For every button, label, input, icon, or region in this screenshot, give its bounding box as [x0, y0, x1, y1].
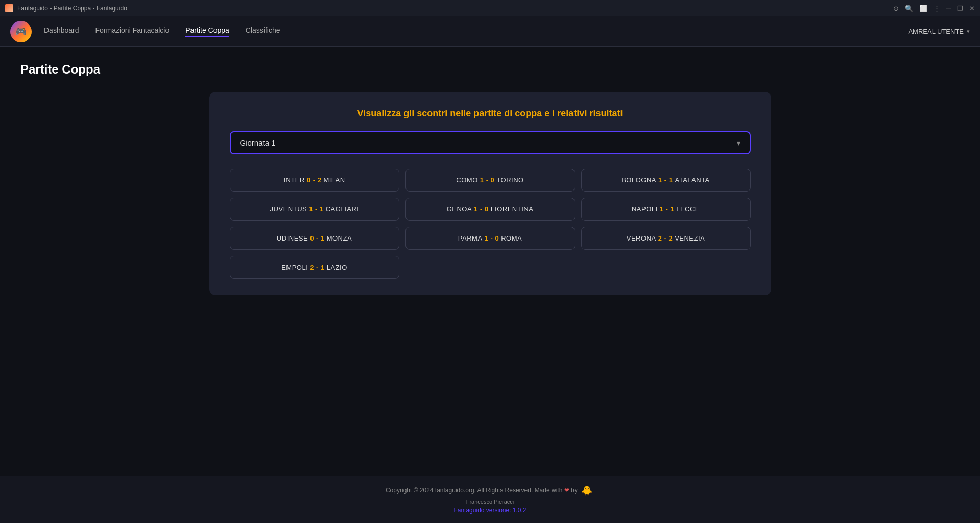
app-logo: 🎮	[10, 21, 32, 42]
titlebar-menu-icon[interactable]: ⋮	[934, 5, 940, 12]
match-away-team: CAGLIARI	[326, 205, 359, 213]
match-score: 1 - 0	[474, 205, 489, 213]
match-away-team: FIORENTINA	[491, 205, 534, 213]
user-label: AMREAL UTENTE	[908, 28, 964, 35]
titlebar-zoom-icon[interactable]: ⊙	[893, 5, 899, 12]
nav-item-formazioni[interactable]: Formazioni Fantacalcio	[95, 26, 170, 37]
main-card: Visualizza gli scontri nelle partite di …	[209, 92, 771, 295]
match-away-team: TORINO	[496, 176, 523, 184]
match-home-team: INTER	[283, 176, 305, 184]
titlebar-title: Fantaguido - Partite Coppa - Fantaguido	[17, 5, 127, 12]
giornata-dropdown-wrapper: Giornata 1 ▾	[230, 131, 751, 154]
match-away-team: ATALANTA	[675, 176, 710, 184]
match-away-team: LECCE	[676, 205, 700, 213]
titlebar-close-button[interactable]: ✕	[969, 5, 975, 12]
nav-item-dashboard[interactable]: Dashboard	[44, 26, 79, 37]
match-score: 1 - 1	[309, 205, 324, 213]
match-home-team: JUVENTUS	[270, 205, 307, 213]
match-button[interactable]: GENOA 1 - 0 FIORENTINA	[405, 198, 575, 221]
user-section[interactable]: AMREAL UTENTE ▾	[908, 28, 970, 35]
match-score: 1 - 1	[660, 205, 675, 213]
match-score: 1 - 0	[485, 234, 499, 242]
main-nav: Dashboard Formazioni Fantacalcio Partite…	[44, 26, 908, 37]
match-home-team: COMO	[456, 176, 477, 184]
match-away-team: MILAN	[323, 176, 345, 184]
match-home-team: UDINESE	[277, 234, 308, 242]
match-away-team: ROMA	[501, 234, 522, 242]
match-score: 1 - 0	[480, 176, 495, 184]
app-icon	[5, 4, 13, 12]
chevron-down-icon: ▾	[967, 28, 970, 35]
match-button[interactable]: JUVENTUS 1 - 1 CAGLIARI	[230, 198, 399, 221]
match-away-team: LAZIO	[327, 264, 347, 271]
match-button[interactable]: UDINESE 0 - 1 MONZA	[230, 227, 399, 250]
match-button[interactable]: INTER 0 - 2 MILAN	[230, 169, 399, 192]
match-button[interactable]: PARMA 1 - 0 ROMA	[405, 227, 575, 250]
match-button[interactable]: BOLOGNA 1 - 1 ATALANTA	[581, 169, 751, 192]
chevron-down-icon: ▾	[737, 139, 740, 147]
titlebar-controls[interactable]: ⊙ 🔍 ⬜ ⋮ ─ ❐ ✕	[893, 5, 975, 12]
match-button[interactable]: NAPOLI 1 - 1 LECCE	[581, 198, 751, 221]
match-home-team: VERONA	[627, 234, 656, 242]
match-button[interactable]: VERONA 2 - 2 VENEZIA	[581, 227, 751, 250]
footer: Copyright © 2024 fantaguido.org, All Rig…	[0, 476, 980, 523]
matches-grid: INTER 0 - 2 MILANCOMO 1 - 0 TORINOBOLOGN…	[230, 169, 751, 279]
match-home-team: BOLOGNA	[622, 176, 656, 184]
titlebar-window-icon[interactable]: ⬜	[919, 5, 927, 12]
titlebar-minimize-button[interactable]: ─	[946, 5, 951, 12]
giornata-dropdown-label: Giornata 1	[240, 138, 276, 147]
header: 🎮 Dashboard Formazioni Fantacalcio Parti…	[0, 16, 980, 47]
page-content: Partite Coppa Visualizza gli scontri nel…	[0, 47, 980, 476]
card-heading: Visualizza gli scontri nelle partite di …	[230, 108, 751, 119]
match-score: 0 - 2	[307, 176, 322, 184]
match-away-team: VENEZIA	[675, 234, 705, 242]
nav-item-classifiche[interactable]: Classifiche	[246, 26, 280, 37]
footer-version: Fantaguido versione: 1.0.2	[10, 507, 970, 514]
match-score: 2 - 1	[310, 264, 325, 271]
page-title: Partite Coppa	[20, 62, 960, 77]
match-home-team: PARMA	[458, 234, 483, 242]
duck-icon: 🐥	[581, 485, 592, 496]
titlebar: Fantaguido - Partite Coppa - Fantaguido …	[0, 0, 980, 16]
match-score: 1 - 1	[658, 176, 673, 184]
match-home-team: GENOA	[447, 205, 472, 213]
match-score: 0 - 1	[310, 234, 325, 242]
nav-item-partite[interactable]: Partite Coppa	[185, 26, 229, 37]
heart-icon: ❤	[564, 487, 569, 494]
giornata-dropdown[interactable]: Giornata 1 ▾	[230, 131, 751, 154]
match-button[interactable]: COMO 1 - 0 TORINO	[405, 169, 575, 192]
footer-copyright: Copyright © 2024 fantaguido.org, All Rig…	[10, 485, 970, 496]
footer-author: Francesco Pieracci	[10, 498, 970, 505]
titlebar-restore-button[interactable]: ❐	[957, 5, 963, 12]
match-score: 2 - 2	[658, 234, 673, 242]
titlebar-search-icon[interactable]: 🔍	[905, 5, 913, 12]
match-button[interactable]: EMPOLI 2 - 1 LAZIO	[230, 256, 399, 279]
titlebar-left: Fantaguido - Partite Coppa - Fantaguido	[5, 4, 127, 12]
match-away-team: MONZA	[327, 234, 352, 242]
match-home-team: NAPOLI	[632, 205, 658, 213]
match-home-team: EMPOLI	[281, 264, 308, 271]
